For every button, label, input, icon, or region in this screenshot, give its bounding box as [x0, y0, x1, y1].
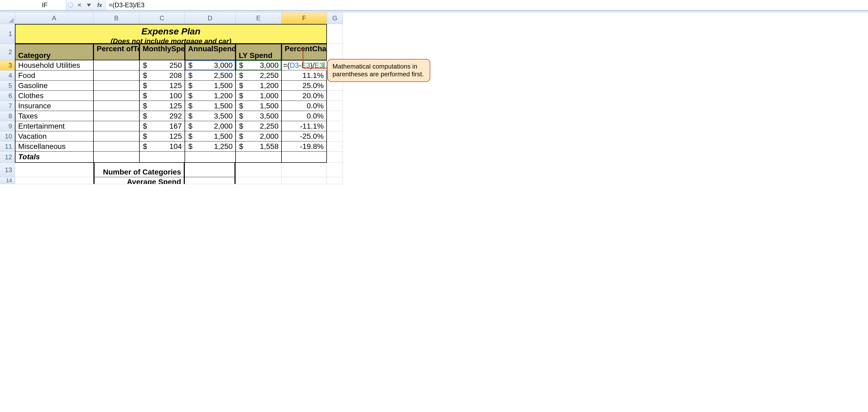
column-header-B[interactable]: B [93, 12, 140, 24]
cell-D7[interactable]: $1,500 [185, 101, 236, 111]
cell-A11[interactable]: Miscellaneous [15, 141, 93, 151]
column-header-C[interactable]: C [140, 12, 185, 24]
cell-C8[interactable]: $292 [140, 111, 185, 121]
cell-E8[interactable]: $3,500 [236, 111, 281, 121]
column-header-A[interactable]: A [15, 12, 93, 24]
cell-E11[interactable]: $1,558 [236, 141, 281, 151]
cell-F4[interactable]: 11.1% [281, 70, 327, 80]
label-average-spend[interactable]: Average Spend [93, 177, 185, 184]
row-header-7[interactable]: 7 [0, 101, 15, 111]
formula-input[interactable] [106, 0, 868, 10]
cell-A14[interactable] [15, 177, 93, 184]
cell-F8[interactable]: 0.0% [281, 111, 327, 121]
cell-G11[interactable] [327, 141, 343, 151]
cell-B3[interactable] [93, 60, 140, 70]
cell-B12[interactable] [93, 151, 140, 163]
cell-A13[interactable] [15, 163, 93, 177]
cell-C10[interactable]: $125 [140, 131, 185, 141]
cell-F9[interactable]: -11.1% [281, 121, 327, 131]
cell-B5[interactable] [93, 80, 140, 91]
header-category[interactable]: Category [15, 44, 93, 60]
cell-D9[interactable]: $2,000 [185, 121, 236, 131]
cell-F7[interactable]: 0.0% [281, 101, 327, 111]
name-box-wrap[interactable] [0, 0, 66, 10]
cell-D8[interactable]: $3,500 [185, 111, 236, 121]
cell-G2[interactable] [327, 44, 343, 60]
cell-D5[interactable]: $1,500 [185, 80, 236, 91]
cell-E12[interactable] [236, 151, 281, 163]
row-header-2[interactable]: 2 [0, 44, 15, 60]
cell-A3[interactable]: Household Utilities [15, 60, 93, 70]
title-cell[interactable]: Expense Plan (Does not include mortgage … [15, 24, 327, 44]
totals-label[interactable]: Totals [15, 151, 93, 163]
cell-E14[interactable] [236, 177, 281, 184]
label-number-of-categories[interactable]: Number of Categories [93, 163, 185, 177]
name-box-dropdown-icon[interactable] [87, 4, 91, 6]
cell-B6[interactable] [93, 91, 140, 101]
cell-G10[interactable] [327, 131, 343, 141]
column-header-D[interactable]: D [185, 12, 236, 24]
cell-A10[interactable]: Vacation [15, 131, 93, 141]
cell-A5[interactable]: Gasoline [15, 80, 93, 91]
cell-G1[interactable] [327, 24, 343, 44]
cell-B9[interactable] [93, 121, 140, 131]
cell-F12[interactable] [281, 151, 327, 163]
cell-C11[interactable]: $104 [140, 141, 185, 151]
cell-G14[interactable] [327, 177, 343, 184]
cell-E10[interactable]: $2,000 [236, 131, 281, 141]
cell-B4[interactable] [93, 70, 140, 80]
cell-C9[interactable]: $167 [140, 121, 185, 131]
cell-F3[interactable]: =(D3-E3)/E3 [281, 60, 327, 70]
cell-F14[interactable] [281, 177, 327, 184]
row-header-3[interactable]: 3 [0, 60, 15, 70]
cell-E4[interactable]: $2,250 [236, 70, 281, 80]
row-header-10[interactable]: 10 [0, 131, 15, 141]
cell-D6[interactable]: $1,200 [185, 91, 236, 101]
cell-B10[interactable] [93, 131, 140, 141]
cell-E7[interactable]: $1,500 [236, 101, 281, 111]
cell-F10[interactable]: -25.0% [281, 131, 327, 141]
cell-C5[interactable]: $125 [140, 80, 185, 91]
cell-F6[interactable]: 20.0% [281, 91, 327, 101]
cell-G7[interactable] [327, 101, 343, 111]
column-header-F[interactable]: F [281, 12, 327, 24]
cell-A6[interactable]: Clothes [15, 91, 93, 101]
header-monthly-spend[interactable]: MonthlySpend [140, 44, 185, 60]
cell-G6[interactable] [327, 91, 343, 101]
cell-A9[interactable]: Entertainment [15, 121, 93, 131]
cell-B7[interactable] [93, 101, 140, 111]
row-header-9[interactable]: 9 [0, 121, 15, 131]
header-annual-spend[interactable]: AnnualSpend [185, 44, 236, 60]
cell-G9[interactable] [327, 121, 343, 131]
cell-F5[interactable]: 25.0% [281, 80, 327, 91]
cell-A7[interactable]: Insurance [15, 101, 93, 111]
cell-B8[interactable] [93, 111, 140, 121]
cell-G5[interactable] [327, 80, 343, 91]
row-header-1[interactable]: 1 [0, 24, 15, 44]
cell-E6[interactable]: $1,000 [236, 91, 281, 101]
name-box[interactable] [4, 1, 85, 9]
cell-C3[interactable]: $250 [140, 60, 185, 70]
row-header-11[interactable]: 11 [0, 141, 15, 151]
row-header-4[interactable]: 4 [0, 70, 15, 80]
select-all-corner[interactable] [0, 12, 15, 24]
cell-C4[interactable]: $208 [140, 70, 185, 80]
insert-function-button[interactable]: fx [95, 1, 104, 9]
cell-D14[interactable] [185, 177, 236, 184]
cell-C12[interactable] [140, 151, 185, 163]
row-header-8[interactable]: 8 [0, 111, 15, 121]
cell-G13[interactable] [327, 163, 343, 177]
cell-C6[interactable]: $100 [140, 91, 185, 101]
column-header-G[interactable]: G [327, 12, 343, 24]
cell-D11[interactable]: $1,250 [185, 141, 236, 151]
cell-E13[interactable] [236, 163, 281, 177]
cell-G8[interactable] [327, 111, 343, 121]
cell-C7[interactable]: $125 [140, 101, 185, 111]
cell-D10[interactable]: $1,500 [185, 131, 236, 141]
cell-F11[interactable]: -19.8% [281, 141, 327, 151]
cell-F13[interactable] [281, 163, 327, 177]
header-percent-change[interactable]: PercentChange [281, 44, 327, 60]
cell-E5[interactable]: $1,200 [236, 80, 281, 91]
cell-D12[interactable] [185, 151, 236, 163]
cell-G12[interactable] [327, 151, 343, 163]
